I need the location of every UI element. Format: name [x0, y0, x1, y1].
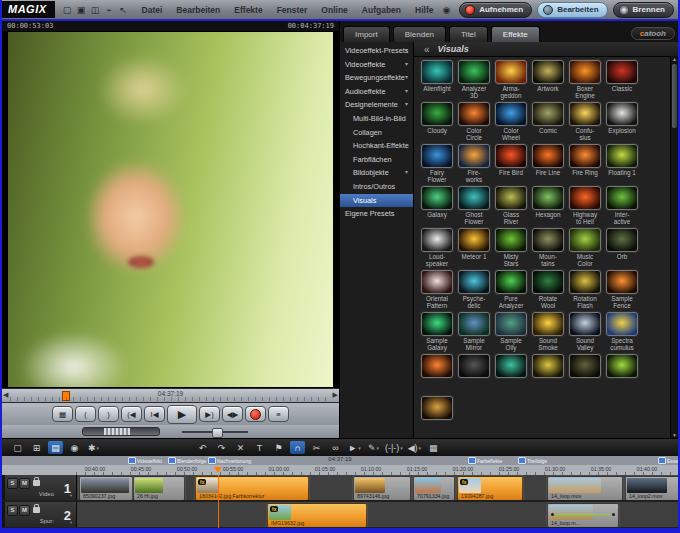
track-body[interactable]: 04713090.jpg14151017.jpg14_loop...: [77, 529, 678, 533]
shuttle-thumb[interactable]: [212, 428, 223, 438]
tab-effekte[interactable]: Effekte: [491, 26, 540, 42]
effect-tile[interactable]: Color Wheel: [493, 102, 529, 142]
chapter-marker[interactable]: Nachvertonung: [208, 457, 251, 464]
play-button[interactable]: ▶: [167, 405, 197, 424]
context-help-icon[interactable]: ↖: [117, 5, 130, 15]
speaker-icon[interactable]: ◉: [442, 5, 450, 15]
effect-tile[interactable]: Sound Smoke: [530, 312, 566, 352]
marker-icon[interactable]: ⚑: [271, 441, 286, 454]
effect-tile[interactable]: [530, 354, 566, 394]
menu-aufgaben[interactable]: Aufgaben: [355, 5, 408, 15]
effect-tile[interactable]: Rotation Flash: [567, 270, 603, 310]
menu-bearbeiten[interactable]: Bearbeiten: [169, 5, 227, 15]
timeline-clip[interactable]: fx18034142.jpg Farbkorrektur: [195, 476, 309, 500]
effect-tile[interactable]: Highway to Hell: [567, 186, 603, 226]
tab-blenden[interactable]: Blenden: [393, 26, 446, 42]
effect-tile[interactable]: [419, 396, 455, 436]
playback-menu-button[interactable]: ≡: [268, 406, 289, 422]
timeline-clip[interactable]: 89743146.jpg: [353, 476, 411, 500]
effect-tile[interactable]: Spectra cumulus: [604, 312, 640, 352]
effect-tile[interactable]: Explosion: [604, 102, 640, 142]
tree-item-visuals[interactable]: Visuals: [340, 194, 413, 208]
group-icon[interactable]: ∞: [328, 441, 343, 454]
magnet-icon[interactable]: ∩: [290, 441, 305, 454]
audio-mute-icon[interactable]: ◀)▾: [407, 441, 422, 454]
chapter-marker[interactable]: Videoeffekt: [128, 457, 162, 464]
effect-tile[interactable]: Comic: [530, 102, 566, 142]
solo-button[interactable]: S: [7, 505, 18, 516]
effect-tile[interactable]: Sample Galaxy: [419, 312, 455, 352]
mute-button[interactable]: M: [19, 478, 30, 489]
effect-tile[interactable]: Inter- active: [604, 186, 640, 226]
effect-tile[interactable]: Classic: [604, 60, 640, 100]
connect-icon[interactable]: ⌁: [103, 5, 116, 15]
solo-button[interactable]: S: [7, 478, 18, 489]
tree-item-eigene-presets[interactable]: Eigene Presets: [340, 207, 413, 221]
chapter-marker[interactable]: Titelfolge: [518, 457, 547, 464]
jump-start-button[interactable]: I◀: [144, 406, 165, 422]
range-in-button[interactable]: (: [75, 406, 96, 422]
video-frame[interactable]: [8, 32, 333, 387]
range-icon[interactable]: (-|-)▾: [385, 441, 403, 454]
effect-tile[interactable]: Sample Fence: [604, 270, 640, 310]
effect-tile[interactable]: [456, 354, 492, 394]
effect-tile[interactable]: Music Color: [567, 228, 603, 268]
playhead-line[interactable]: [218, 475, 219, 533]
effect-tile[interactable]: Alienflight: [419, 60, 455, 100]
delete-icon[interactable]: ✕: [233, 441, 248, 454]
tree-item-multi-bild-in-bild[interactable]: Multi-Bild-in-Bild: [340, 112, 413, 126]
effect-tile[interactable]: [567, 354, 603, 394]
effect-tile[interactable]: Pure Analyzer: [493, 270, 529, 310]
mouse-mode-icon[interactable]: ►▾: [347, 441, 362, 454]
play-range-button[interactable]: ▶): [199, 406, 220, 422]
effect-tile[interactable]: Loud- speaker: [419, 228, 455, 268]
menu-effekte[interactable]: Effekte: [227, 5, 269, 15]
effect-tile[interactable]: Fire- works: [456, 144, 492, 184]
lock-icon[interactable]: [33, 480, 40, 486]
effects-menu-icon[interactable]: ✱▾: [86, 441, 101, 454]
scroll-up-icon[interactable]: ▲: [671, 56, 678, 62]
tab-titel[interactable]: Titel: [449, 26, 488, 42]
timeline-clip[interactable]: 14_loop2.mov: [625, 476, 678, 500]
scrub-right-arrow[interactable]: ▶: [333, 391, 338, 399]
scroll-down-icon[interactable]: ▼: [671, 432, 678, 438]
scrub-playhead[interactable]: [62, 391, 70, 401]
tree-item-designelemente[interactable]: Designelemente▾: [340, 98, 413, 112]
effect-tile[interactable]: Rotate Wool: [530, 270, 566, 310]
effect-tile[interactable]: Fire Bird: [493, 144, 529, 184]
play-range-start-button[interactable]: (◀: [121, 406, 142, 422]
effect-tile[interactable]: Analyzer 3D: [456, 60, 492, 100]
mode-button-brennen[interactable]: Brennen: [613, 2, 674, 18]
storyboard-view-icon[interactable]: ⊞: [29, 441, 44, 454]
open-icon[interactable]: ▣: [75, 5, 88, 15]
mute-button[interactable]: M: [19, 505, 30, 516]
effect-tile[interactable]: Fire Ring: [567, 144, 603, 184]
menu-online[interactable]: Online: [314, 5, 354, 15]
effect-tile[interactable]: Arma- geddon: [493, 60, 529, 100]
effects-scrollbar[interactable]: ▲ ▼: [670, 56, 678, 438]
mode-button-bearbeiten[interactable]: Bearbeiten: [537, 2, 607, 18]
tree-item-videoeffekte[interactable]: Videoeffekte▾: [340, 58, 413, 72]
shuttle-slider[interactable]: [182, 431, 248, 433]
timeline-ruler[interactable]: 04:37:19 00:40:0000:45:0000:50:0000:55:0…: [2, 456, 678, 476]
effect-tile[interactable]: Ghost Flower: [456, 186, 492, 226]
chapter-marker[interactable]: Essen-Effekte: [658, 457, 680, 464]
effect-tile[interactable]: Fairy Flower: [419, 144, 455, 184]
timeline-clip[interactable]: 14_loop.mov: [547, 476, 623, 500]
catooh-logo[interactable]: catooh: [631, 27, 675, 40]
effect-tile[interactable]: Cloudy: [419, 102, 455, 142]
effect-tile[interactable]: Hexagon: [530, 186, 566, 226]
effect-tile[interactable]: [493, 354, 529, 394]
effect-tile[interactable]: Meteor 1: [456, 228, 492, 268]
timeline-clip[interactable]: fxIMG19632.jpg: [267, 503, 367, 527]
tree-item-farbfl-chen[interactable]: Farbflächen: [340, 153, 413, 167]
tree-item-videoeffekt-presets[interactable]: Videoeffekt-Presets▾: [340, 44, 413, 58]
menu-fenster[interactable]: Fenster: [270, 5, 315, 15]
tree-item-intros-outros[interactable]: Intros/Outros: [340, 180, 413, 194]
effect-tile[interactable]: Sample Oily: [493, 312, 529, 352]
menu-datei[interactable]: Datei: [135, 5, 170, 15]
effect-tile[interactable]: [604, 354, 640, 394]
effect-tile[interactable]: [419, 354, 455, 394]
tree-item-hochkant-effekte[interactable]: Hochkant-Effekte: [340, 139, 413, 153]
draw-icon[interactable]: ✎▾: [366, 441, 381, 454]
